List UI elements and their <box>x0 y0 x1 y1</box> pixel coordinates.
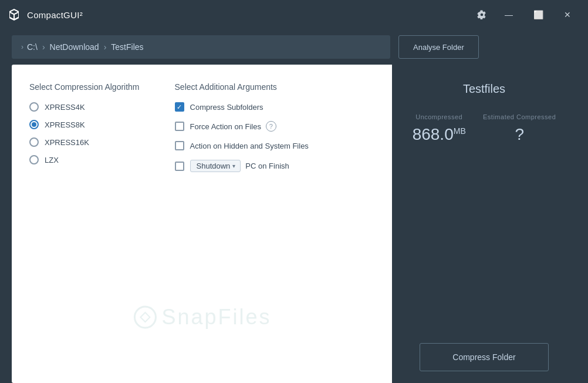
algo-lzx[interactable]: LZX <box>29 155 140 164</box>
arguments-checkbox-group: ✓ Compress Subfolders Force Action on Fi… <box>175 102 374 172</box>
checkbox-force-action-files <box>175 122 184 131</box>
label-force-action-files: Force Action on Files ? <box>190 121 276 132</box>
checkmark-compress-subfolders: ✓ <box>177 104 182 110</box>
radio-xpress4k-label: XPRESS4K <box>45 103 85 112</box>
title-bar-controls: — ⬜ ✕ <box>471 5 581 24</box>
compress-folder-button[interactable]: Compress Folder <box>420 343 549 371</box>
app-icon <box>7 8 21 22</box>
address-bar[interactable]: › C:\ › NetDownload › TestFiles <box>12 35 390 59</box>
stat-uncompressed: Uncompressed 868.0MB <box>413 113 466 144</box>
analyse-folder-button[interactable]: Analyse Folder <box>398 35 479 59</box>
left-panel: Select Compression Algorithm XPRESS4K XP… <box>12 65 392 383</box>
shutdown-dropdown[interactable]: Shutdown ▾ <box>190 160 241 172</box>
arg-shutdown[interactable]: Shutdown Shutdown ▾ PC on Finish <box>175 160 374 172</box>
checkbox-compress-subfolders: ✓ <box>175 102 184 112</box>
algo-xpress4k[interactable]: XPRESS4K <box>29 102 140 112</box>
label-shutdown: Shutdown Shutdown ▾ PC on Finish <box>190 160 289 172</box>
shutdown-suffix: PC on Finish <box>245 162 289 170</box>
radio-xpress8k-label: XPRESS8K <box>45 120 85 129</box>
maximize-button[interactable]: ⬜ <box>525 5 552 24</box>
uncompressed-label: Uncompressed <box>415 113 462 120</box>
folder-name: Testfiles <box>463 82 505 96</box>
settings-button[interactable] <box>471 5 493 24</box>
dropdown-arrow-icon: ▾ <box>232 163 235 169</box>
algorithm-column: Select Compression Algorithm XPRESS4K XP… <box>29 82 140 172</box>
left-columns: Select Compression Algorithm XPRESS4K XP… <box>29 82 374 172</box>
breadcrumb-part2: TestFiles <box>111 42 143 52</box>
radio-xpress8k-dot <box>32 122 36 127</box>
radio-lzx-label: LZX <box>45 156 59 164</box>
arguments-column: Select Additional Arguments ✓ Compress S… <box>175 82 374 172</box>
breadcrumb-sep-2: › <box>104 42 107 52</box>
arg-compress-subfolders[interactable]: ✓ Compress Subfolders <box>175 102 374 112</box>
radio-xpress4k-circle <box>29 102 39 112</box>
stats-row: Uncompressed 868.0MB Estimated Compresse… <box>404 113 565 144</box>
radio-xpress8k-circle <box>29 120 39 129</box>
breadcrumb-part1: NetDownload <box>50 42 99 52</box>
minimize-button[interactable]: — <box>495 5 522 24</box>
breadcrumb-sep-1: › <box>42 42 45 52</box>
title-bar: CompactGUI² — ⬜ ✕ <box>0 0 588 29</box>
radio-lzx-circle <box>29 155 39 164</box>
checkbox-hidden-system-files <box>175 141 184 150</box>
radio-xpress16k-label: XPRESS16K <box>45 138 89 147</box>
arg-hidden-system-files[interactable]: Action on Hidden and System Files <box>175 141 374 150</box>
checkbox-shutdown <box>175 162 184 171</box>
algo-header: Select Compression Algorithm <box>29 82 140 92</box>
args-header: Select Additional Arguments <box>175 82 374 92</box>
arg-force-action-files[interactable]: Force Action on Files ? <box>175 121 374 132</box>
watermark-text: SnapFiles <box>161 305 271 330</box>
algo-xpress8k[interactable]: XPRESS8K <box>29 120 140 129</box>
app-title: CompactGUI² <box>27 10 83 20</box>
main-content: Select Compression Algorithm XPRESS4K XP… <box>12 65 576 383</box>
close-button[interactable]: ✕ <box>554 5 581 24</box>
title-bar-left: CompactGUI² <box>7 8 83 22</box>
shutdown-dropdown-text: Shutdown <box>197 162 231 170</box>
algo-xpress16k[interactable]: XPRESS16K <box>29 137 140 147</box>
stat-estimated: Estimated Compressed ? <box>483 113 556 144</box>
breadcrumb-sep-0: › <box>21 43 23 51</box>
algorithm-radio-group: XPRESS4K XPRESS8K XPRESS16K <box>29 102 140 164</box>
label-compress-subfolders: Compress Subfolders <box>190 103 263 112</box>
estimated-label: Estimated Compressed <box>483 113 556 120</box>
label-hidden-system-files: Action on Hidden and System Files <box>190 142 309 150</box>
right-panel: Testfiles Uncompressed 868.0MB Estimated… <box>392 65 576 383</box>
help-badge-force-action[interactable]: ? <box>266 121 276 132</box>
breadcrumb-root: C:\ <box>27 42 38 52</box>
radio-xpress16k-circle <box>29 137 39 147</box>
address-row: › C:\ › NetDownload › TestFiles Analyse … <box>0 29 588 65</box>
watermark: SnapFiles <box>132 304 271 330</box>
estimated-value: ? <box>515 125 524 144</box>
uncompressed-value: 868.0MB <box>413 125 466 144</box>
svg-point-0 <box>134 307 156 328</box>
shutdown-row: Shutdown Shutdown ▾ PC on Finish <box>190 160 289 172</box>
